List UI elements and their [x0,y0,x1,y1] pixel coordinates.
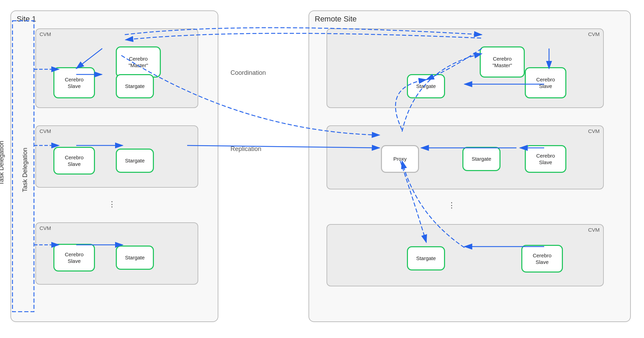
rcvm3-box: CVM Stargate CerebroSlave [327,224,604,286]
task-delegation-label: Task Delegation [0,141,5,185]
diagram-container: Site 1 CVM Cerebro"Master" CerebroSlave … [0,0,644,338]
task-delegation-rotated: Task Delegation [21,148,29,192]
proxy-node: Proxy [381,145,419,173]
rcvm1-label: CVM [588,31,600,37]
cvm1-label: CVM [40,31,51,37]
cerebro-slave-r1: CerebroSlave [525,67,566,98]
site1-label: Site 1 [17,15,36,24]
stargate-2: Stargate [116,149,154,173]
cerebro-slave-1: CerebroSlave [53,67,95,98]
cvm2-box: CVM CerebroSlave Stargate [35,125,198,188]
remote-dots: ⋮ [448,201,455,210]
stargate-3: Stargate [116,246,154,270]
coordination-label: Coordination [230,69,266,77]
cvm1-box: CVM Cerebro"Master" CerebroSlave Stargat… [35,28,198,108]
cvm3-box: CVM CerebroSlave Stargate [35,222,198,285]
rcvm2-label: CVM [588,128,600,134]
remote-site-label: Remote Site [315,15,357,24]
cerebro-slave-3: CerebroSlave [53,244,95,272]
replication-label: Replication [230,145,261,153]
cerebro-master-remote: Cerebro"Master" [480,46,525,78]
stargate-r2: Stargate [462,147,501,171]
cerebro-master-1: Cerebro"Master" [116,46,161,78]
site1-box: Site 1 CVM Cerebro"Master" CerebroSlave … [10,10,218,322]
stargate-r3: Stargate [407,246,445,270]
stargate-1: Stargate [116,74,154,98]
site1-dots: ⋮ [108,200,116,209]
rcvm2-box: CVM Proxy Stargate CerebroSlave [327,125,604,189]
cerebro-slave-r3: CerebroSlave [521,245,563,273]
rcvm3-label: CVM [588,227,600,233]
cerebro-slave-2: CerebroSlave [53,147,95,175]
rcvm1-box: CVM Cerebro"Master" Stargate CerebroSlav… [327,28,604,108]
cvm2-label: CVM [40,128,51,134]
cerebro-slave-r2: CerebroSlave [525,145,566,173]
stargate-r1: Stargate [407,74,445,98]
remote-site-box: Remote Site CVM Cerebro"Master" Stargate… [308,10,631,322]
cvm3-label: CVM [40,225,51,231]
